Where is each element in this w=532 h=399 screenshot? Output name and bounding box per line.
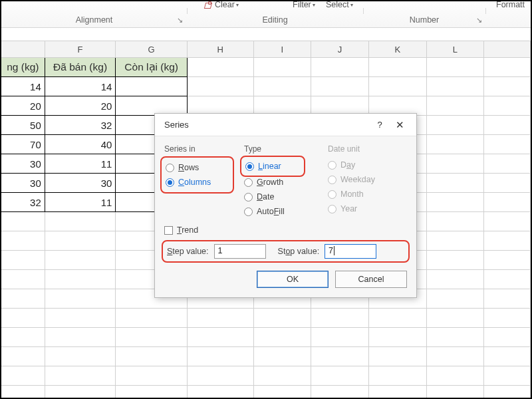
ribbon: Clear ▾ Filter ▾ Select ▾ Formatt Alignm… bbox=[1, 1, 531, 28]
radio-icon bbox=[245, 162, 254, 171]
filter-button[interactable]: Filter ▾ bbox=[293, 0, 315, 9]
radio-linear[interactable]: Linear bbox=[245, 159, 316, 174]
cell[interactable] bbox=[254, 58, 312, 77]
cell[interactable]: 20 bbox=[1, 96, 45, 116]
ribbon-group-editing: Editing bbox=[187, 15, 363, 25]
dialog-launcher-number[interactable]: ↘ bbox=[476, 16, 482, 25]
cell[interactable]: 30 bbox=[1, 154, 45, 174]
ok-button[interactable]: OK bbox=[257, 271, 329, 288]
radio-columns[interactable]: Columns bbox=[166, 175, 232, 190]
cell[interactable] bbox=[188, 58, 254, 77]
cancel-button[interactable]: Cancel bbox=[335, 271, 407, 288]
col-header-K[interactable]: K bbox=[369, 41, 427, 58]
dialog-titlebar[interactable]: Series ? ✕ bbox=[155, 114, 416, 136]
ribbon-group-alignment: Alignment bbox=[1, 15, 187, 25]
filter-label: Filter bbox=[293, 0, 311, 9]
group-series-in: Series in Rows Columns bbox=[164, 144, 233, 219]
cell[interactable]: Còn lại (kg) bbox=[116, 58, 188, 77]
cell[interactable]: 40 bbox=[45, 135, 116, 154]
cell[interactable] bbox=[116, 77, 188, 96]
help-button[interactable]: ? bbox=[370, 120, 390, 130]
trend-checkbox[interactable]: Trend bbox=[164, 225, 407, 235]
radio-rows[interactable]: Rows bbox=[166, 160, 232, 175]
cell[interactable] bbox=[427, 58, 485, 77]
clear-label: Clear bbox=[215, 0, 235, 9]
eraser-icon bbox=[205, 1, 213, 9]
cell[interactable]: 32 bbox=[1, 193, 45, 212]
cell[interactable]: 11 bbox=[45, 154, 116, 174]
column-headers[interactable]: F G H I J K L bbox=[1, 41, 531, 58]
cell[interactable]: Đã bán (kg) bbox=[45, 58, 116, 77]
cell[interactable] bbox=[311, 58, 369, 77]
radio-icon bbox=[166, 178, 174, 187]
cell[interactable]: 50 bbox=[1, 116, 45, 135]
formula-bar-strip bbox=[1, 28, 531, 41]
close-button[interactable]: ✕ bbox=[390, 119, 410, 131]
col-header-G[interactable]: G bbox=[116, 41, 188, 58]
radio-date[interactable]: Date bbox=[244, 190, 317, 204]
group-label: Type bbox=[244, 144, 317, 154]
cell[interactable]: 30 bbox=[1, 174, 45, 193]
radio-icon bbox=[244, 178, 253, 187]
select-label: Select bbox=[326, 0, 349, 9]
radio-growth[interactable]: Growth bbox=[244, 175, 317, 190]
cell[interactable]: ng (kg) bbox=[1, 58, 45, 77]
radio-year: Year bbox=[328, 201, 401, 216]
group-date-unit: Date unit Day Weekday Month Year bbox=[328, 144, 401, 219]
step-value-input[interactable]: 1 bbox=[214, 244, 266, 259]
radio-weekday: Weekday bbox=[328, 172, 401, 187]
cell[interactable]: 11 bbox=[45, 193, 116, 212]
radio-icon bbox=[328, 161, 336, 170]
dialog-launcher-alignment[interactable]: ↘ bbox=[177, 16, 183, 25]
chevron-down-icon: ▾ bbox=[236, 2, 239, 8]
group-label: Date unit bbox=[328, 144, 401, 154]
series-dialog: Series ? ✕ Series in Rows Columns Type L… bbox=[154, 113, 417, 298]
dialog-title: Series bbox=[164, 120, 370, 130]
close-icon: ✕ bbox=[396, 119, 404, 130]
stop-value-input[interactable]: 7​ bbox=[325, 244, 376, 259]
radio-autofill[interactable]: AutoFill bbox=[244, 204, 317, 219]
step-value-label: Step value: bbox=[167, 247, 209, 256]
radio-day: Day bbox=[328, 158, 401, 172]
radio-icon bbox=[328, 176, 336, 184]
col-header-J[interactable]: J bbox=[311, 41, 369, 58]
chevron-down-icon: ▾ bbox=[313, 2, 315, 8]
group-label: Series in bbox=[164, 144, 233, 154]
cell[interactable]: 20 bbox=[45, 96, 116, 116]
col-header-L[interactable]: L bbox=[427, 41, 485, 58]
radio-icon bbox=[244, 193, 253, 201]
formatting-label: Formatt bbox=[496, 0, 525, 9]
col-header-F[interactable]: F bbox=[45, 41, 116, 58]
cell[interactable]: 32 bbox=[45, 116, 116, 135]
radio-icon bbox=[328, 205, 336, 213]
col-header-I[interactable]: I bbox=[254, 41, 312, 58]
radio-month: Month bbox=[328, 187, 401, 201]
formatting-button[interactable]: Formatt bbox=[496, 0, 525, 9]
cell[interactable]: 30 bbox=[45, 174, 116, 193]
cell[interactable] bbox=[369, 58, 427, 77]
group-type: Type Linear Growth Date AutoFill bbox=[244, 144, 317, 219]
ribbon-group-number: Number bbox=[363, 15, 485, 25]
checkbox-icon bbox=[164, 226, 173, 235]
cell[interactable]: 70 bbox=[1, 135, 45, 154]
clear-button[interactable]: Clear ▾ bbox=[205, 0, 239, 9]
radio-icon bbox=[244, 207, 253, 216]
radio-icon bbox=[328, 190, 336, 199]
radio-icon bbox=[166, 164, 174, 172]
cell[interactable] bbox=[484, 58, 531, 77]
stop-value-label: Stop value: bbox=[278, 247, 320, 256]
select-button[interactable]: Select ▾ bbox=[326, 0, 353, 9]
chevron-down-icon: ▾ bbox=[350, 2, 353, 8]
cell[interactable]: 14 bbox=[45, 77, 116, 96]
cell[interactable]: 14 bbox=[1, 77, 45, 96]
col-header-H[interactable]: H bbox=[188, 41, 254, 58]
